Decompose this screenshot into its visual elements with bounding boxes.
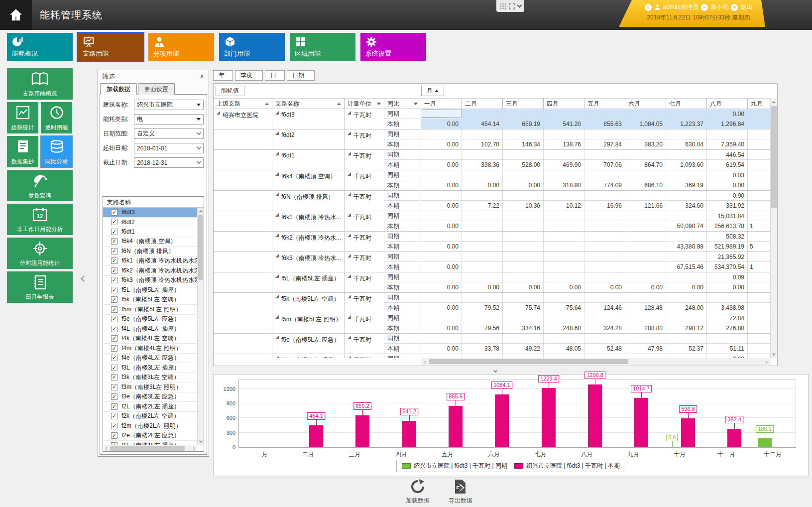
branch-list-item[interactable]: ✓f5k（南楼5L左 空调） bbox=[103, 295, 197, 305]
value-cell[interactable] bbox=[421, 129, 462, 139]
value-cell[interactable]: 0.00 bbox=[421, 201, 462, 211]
expander-icon[interactable] bbox=[275, 356, 279, 358]
value-cell[interactable]: 138.76 bbox=[544, 139, 584, 149]
value-cell[interactable] bbox=[666, 109, 707, 119]
parent-branch-cell[interactable] bbox=[214, 170, 272, 190]
col-header-month[interactable]: 九月 bbox=[748, 98, 771, 109]
value-cell[interactable]: 1 bbox=[748, 221, 771, 231]
value-cell[interactable] bbox=[503, 221, 544, 231]
sidebar-item-trend-statistics[interactable]: 趋势统计 bbox=[7, 102, 38, 133]
expander-icon[interactable] bbox=[275, 131, 279, 135]
value-cell[interactable]: 774.09 bbox=[584, 180, 625, 190]
branch-list-vscrollbar[interactable] bbox=[197, 208, 204, 445]
branch-name-cell[interactable]: f6dt1 bbox=[272, 150, 345, 170]
checkbox-icon[interactable]: ✓ bbox=[111, 403, 117, 410]
value-cell[interactable] bbox=[666, 170, 707, 180]
value-cell[interactable]: 16.96 bbox=[584, 201, 625, 211]
value-cell[interactable] bbox=[584, 221, 625, 231]
value-cell[interactable] bbox=[462, 211, 503, 221]
value-cell[interactable]: 534,370.54 bbox=[707, 262, 748, 272]
unit-cell[interactable]: 千瓦时 bbox=[345, 211, 384, 231]
checkbox-icon[interactable]: ✓ bbox=[111, 374, 117, 380]
value-cell[interactable] bbox=[421, 109, 462, 119]
value-cell[interactable] bbox=[544, 232, 584, 241]
energy-type-select[interactable]: 电 bbox=[134, 114, 204, 125]
checkbox-icon[interactable]: ✓ bbox=[111, 345, 117, 352]
sidebar-item-hourly-energy[interactable]: 逐时用能 bbox=[41, 102, 72, 133]
branch-list-item[interactable]: ✓f4m（南楼4L左 照明） bbox=[103, 344, 197, 354]
value-cell[interactable]: 50,098.74 bbox=[666, 221, 707, 231]
value-cell[interactable] bbox=[503, 211, 544, 221]
value-cell[interactable] bbox=[625, 191, 666, 200]
nav-tile-system-settings[interactable]: 系统设置 bbox=[360, 33, 426, 61]
value-cell[interactable] bbox=[666, 293, 707, 302]
value-cell[interactable]: 0.00 bbox=[421, 262, 462, 272]
value-cell[interactable] bbox=[666, 313, 707, 323]
value-cell[interactable] bbox=[462, 313, 503, 323]
value-cell[interactable] bbox=[462, 334, 503, 343]
parent-branch-cell[interactable] bbox=[214, 354, 272, 358]
checkbox-icon[interactable]: ✓ bbox=[111, 326, 117, 332]
value-cell[interactable]: 47.98 bbox=[625, 344, 666, 354]
value-cell[interactable] bbox=[462, 272, 503, 282]
value-cell[interactable] bbox=[544, 334, 584, 343]
value-cell[interactable] bbox=[462, 191, 503, 200]
value-cell[interactable]: 469.90 bbox=[544, 160, 584, 170]
sidebar-collapse-button[interactable] bbox=[82, 272, 89, 285]
checkbox-icon[interactable]: ✓ bbox=[111, 306, 117, 313]
value-cell[interactable] bbox=[748, 109, 771, 119]
branch-name-cell[interactable]: f6k3（南楼顶 冷热水... bbox=[272, 252, 345, 272]
unit-cell[interactable]: 千瓦时 bbox=[345, 109, 384, 129]
value-cell[interactable] bbox=[421, 334, 462, 343]
branch-list-hscrollbar[interactable]: ‹› bbox=[103, 445, 197, 451]
value-cell[interactable]: 0.00 bbox=[421, 119, 462, 129]
checkbox-icon[interactable]: ✓ bbox=[111, 413, 117, 419]
value-cell[interactable] bbox=[584, 334, 625, 343]
value-cell[interactable]: 124.46 bbox=[584, 303, 625, 313]
value-cell[interactable]: 686.10 bbox=[625, 180, 666, 190]
value-cell[interactable] bbox=[462, 262, 503, 272]
value-cell[interactable]: 10.36 bbox=[503, 201, 544, 211]
expander-icon[interactable] bbox=[348, 234, 351, 237]
value-cell[interactable] bbox=[421, 232, 462, 241]
info-icon[interactable]: i bbox=[645, 4, 652, 11]
parent-branch-cell[interactable] bbox=[214, 272, 272, 292]
branch-name-cell[interactable]: f6k2（南楼顶 冷热水... bbox=[272, 232, 345, 252]
branch-list-item[interactable]: ✓f6dt1 bbox=[103, 227, 197, 237]
checkbox-icon[interactable]: ✓ bbox=[111, 384, 117, 390]
value-cell[interactable] bbox=[421, 170, 462, 180]
branch-list-item[interactable]: ✓f6k3（南楼顶 冷热水机热水泵3） bbox=[103, 276, 197, 286]
expander-icon[interactable] bbox=[275, 234, 279, 237]
value-cell[interactable] bbox=[584, 252, 625, 261]
value-cell[interactable]: 0.00 bbox=[421, 323, 462, 333]
value-cell[interactable]: 0.90 bbox=[707, 191, 748, 200]
value-cell[interactable]: 7,359.40 bbox=[707, 139, 748, 149]
expander-icon[interactable] bbox=[348, 336, 351, 339]
expander-icon[interactable] bbox=[348, 274, 351, 278]
value-cell[interactable] bbox=[584, 272, 625, 282]
value-cell[interactable] bbox=[503, 272, 544, 282]
value-cell[interactable]: 128.48 bbox=[625, 303, 666, 313]
expander-icon[interactable] bbox=[275, 152, 279, 155]
value-cell[interactable]: 52.48 bbox=[584, 344, 625, 354]
expander-icon[interactable] bbox=[348, 172, 351, 176]
checkbox-icon[interactable]: ✓ bbox=[111, 219, 117, 225]
value-cell[interactable] bbox=[707, 293, 748, 302]
col-header-month[interactable]: 四月 bbox=[544, 98, 584, 109]
value-cell[interactable] bbox=[421, 293, 462, 302]
value-cell[interactable]: 630.04 bbox=[666, 139, 707, 149]
value-cell[interactable] bbox=[666, 354, 707, 358]
value-cell[interactable] bbox=[748, 119, 771, 129]
load-data-button[interactable]: 加载数据 bbox=[401, 479, 434, 505]
value-cell[interactable]: 52.37 bbox=[666, 344, 707, 354]
value-cell[interactable] bbox=[625, 293, 666, 302]
expander-icon[interactable] bbox=[348, 152, 351, 155]
col-header-yoy[interactable]: 同比 bbox=[384, 98, 421, 109]
sidebar-item-timeband-statistics[interactable]: 分时段用能统计 bbox=[7, 238, 73, 269]
value-cell[interactable] bbox=[748, 191, 771, 200]
col-header-month[interactable]: 二月 bbox=[462, 98, 503, 109]
value-cell[interactable] bbox=[625, 354, 666, 358]
value-cell[interactable] bbox=[503, 191, 544, 200]
value-cell[interactable] bbox=[625, 232, 666, 241]
value-cell[interactable] bbox=[748, 334, 771, 343]
